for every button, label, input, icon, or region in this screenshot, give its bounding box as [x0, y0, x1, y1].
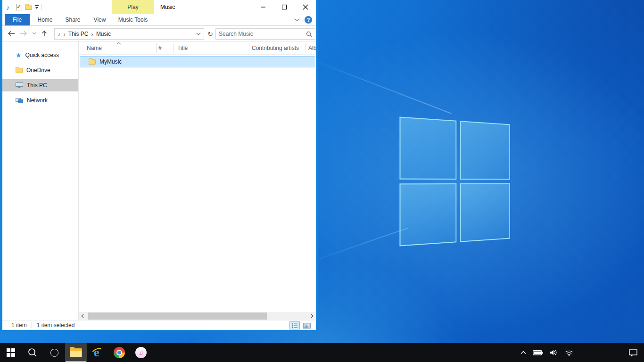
this-pc-monitor-icon [16, 82, 23, 89]
selection-count: 1 item selected [37, 322, 75, 329]
chrome-icon [114, 347, 125, 358]
ribbon-tab-row: File Home Share View Music Tools ? [2, 14, 316, 26]
file-explorer-icon [70, 348, 82, 357]
windows-logo [399, 116, 510, 246]
refresh-button[interactable]: ↻ [206, 28, 215, 40]
column-title[interactable]: Title [177, 45, 188, 51]
navigation-pane: ★ Quick access OneDrive This PC Network [2, 41, 78, 320]
scroll-left-arrow[interactable] [79, 312, 86, 320]
column-number[interactable]: # [158, 45, 162, 51]
wallpaper-light-ray [319, 228, 408, 259]
taskbar-file-explorer-button[interactable] [65, 343, 87, 362]
column-name[interactable]: Name [87, 45, 102, 51]
scrollbar-thumb[interactable] [88, 313, 267, 320]
search-icon [28, 348, 37, 357]
window-title: Music [160, 4, 175, 10]
taskbar-itunes-button[interactable]: ♫ [130, 343, 152, 362]
taskbar-search-button[interactable] [22, 343, 43, 362]
sidebar-item-this-pc[interactable]: This PC [2, 79, 78, 91]
action-center-button[interactable] [622, 343, 644, 362]
quick-access-toolbar: ♪ [6, 2, 42, 12]
sidebar-item-quick-access[interactable]: ★ Quick access [2, 49, 78, 61]
contextual-tab-group-play[interactable]: Play [112, 0, 154, 14]
address-bar[interactable]: ♪ › This PC › Music [54, 28, 204, 40]
tab-view[interactable]: View [88, 14, 112, 25]
address-dropdown-chevron[interactable] [196, 33, 201, 36]
location-music-note-icon: ♪ [58, 31, 61, 37]
search-input[interactable] [219, 31, 306, 37]
battery-icon[interactable] [533, 350, 543, 355]
file-row-mymusic[interactable]: MyMusic [80, 56, 315, 67]
breadcrumb-music[interactable]: Music [96, 31, 111, 37]
start-button[interactable] [0, 343, 22, 362]
tab-share[interactable]: Share [59, 14, 86, 25]
status-bar: 1 item 1 item selected [2, 320, 316, 330]
wifi-icon[interactable] [565, 350, 573, 356]
cortana-circle-icon [50, 349, 58, 357]
forward-button[interactable] [17, 27, 30, 40]
sort-ascending-icon [116, 42, 121, 45]
network-icon [16, 98, 23, 104]
minimize-button[interactable] [252, 0, 273, 14]
file-explorer-window: ♪ Play Music File Home Share View Music … [0, 0, 318, 331]
windows-start-icon [7, 348, 15, 357]
column-album[interactable]: Alb [308, 45, 316, 51]
window-controls [252, 0, 316, 14]
thumbnails-view-icon [303, 323, 311, 329]
properties-button[interactable] [16, 4, 22, 10]
column-header-row: Name # Title Contributing artists Alb [79, 41, 316, 55]
column-contributing-artists[interactable]: Contributing artists [252, 45, 299, 51]
customize-qat-button[interactable] [35, 5, 39, 9]
sidebar-item-onedrive[interactable]: OneDrive [2, 64, 78, 76]
explorer-main: ★ Quick access OneDrive This PC Network … [2, 41, 316, 320]
search-icon [306, 31, 312, 37]
hidden-icons-chevron[interactable] [520, 351, 526, 354]
new-folder-button[interactable] [25, 5, 32, 10]
new-folder-icon [25, 5, 32, 10]
horizontal-scrollbar[interactable] [79, 312, 316, 320]
taskbar-internet-explorer-button[interactable]: e [87, 343, 108, 362]
expand-ribbon-chevron-icon[interactable] [294, 18, 300, 22]
system-tray [520, 343, 573, 362]
onedrive-folder-icon [16, 68, 23, 73]
tab-music-tools[interactable]: Music Tools [112, 14, 154, 25]
back-button[interactable] [5, 27, 17, 40]
scroll-right-arrow[interactable] [308, 312, 316, 320]
app-music-note-icon: ♪ [6, 4, 10, 11]
taskbar: e ♫ [0, 343, 644, 362]
internet-explorer-icon: e [91, 346, 104, 359]
wallpaper-light-ray [302, 56, 452, 114]
file-list-pane[interactable]: Name # Title Contributing artists Alb My… [78, 41, 316, 320]
quick-access-star-icon: ★ [16, 52, 22, 58]
volume-icon[interactable] [550, 349, 558, 356]
close-button[interactable] [295, 0, 316, 14]
up-button[interactable] [38, 27, 50, 40]
item-count: 1 item [11, 322, 27, 329]
maximize-button[interactable] [273, 0, 295, 14]
itunes-icon: ♫ [135, 347, 147, 358]
chevron-down-icon [35, 7, 38, 9]
search-box [215, 28, 315, 40]
folder-icon [89, 59, 96, 65]
tab-file[interactable]: File [5, 14, 30, 25]
title-bar: ♪ Play Music [2, 0, 316, 14]
navigation-bar: ♪ › This PC › Music ↻ [2, 26, 316, 41]
taskbar-chrome-button[interactable] [108, 343, 130, 362]
tab-home[interactable]: Home [32, 14, 58, 25]
help-icon[interactable]: ? [305, 16, 312, 24]
details-view-icon [291, 323, 298, 329]
file-name: MyMusic [99, 58, 122, 65]
details-view-button[interactable] [289, 321, 300, 329]
cortana-button[interactable] [43, 343, 65, 362]
breadcrumb-this-pc[interactable]: This PC [68, 31, 89, 37]
action-center-icon [629, 349, 637, 356]
properties-check-icon [16, 4, 22, 10]
sidebar-item-network[interactable]: Network [2, 94, 78, 107]
thumbnails-view-button[interactable] [302, 321, 312, 329]
recent-locations-chevron[interactable] [30, 27, 38, 40]
